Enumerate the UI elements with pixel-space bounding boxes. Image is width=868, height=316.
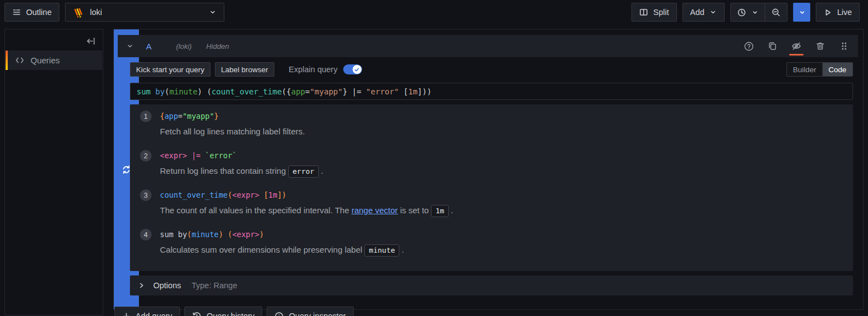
code-token: ) bbox=[282, 190, 287, 199]
explain-query-toggle[interactable] bbox=[343, 64, 362, 74]
step-desc-text: . bbox=[321, 166, 323, 175]
step-code: {app="myapp"} bbox=[160, 110, 843, 122]
query-explain-section: 1 {app="myapp"} Fetch all log lines matc… bbox=[130, 104, 853, 271]
code-token: `error` bbox=[205, 151, 237, 160]
remove-query-button[interactable] bbox=[815, 41, 826, 52]
code-token: minute bbox=[192, 230, 219, 239]
query-editor-row: A (loki) Hidden bbox=[118, 35, 858, 295]
duplicate-query-button[interactable] bbox=[767, 41, 778, 52]
step-desc-text: Fetch all log lines matching label filte… bbox=[160, 127, 305, 136]
live-label: Live bbox=[837, 8, 852, 17]
editor-mode-switch: Builder Code bbox=[786, 62, 853, 77]
step-description: Return log lines that contain stringerro… bbox=[160, 164, 843, 178]
query-datasource-hint: (loki) bbox=[176, 42, 192, 51]
code-token: ( bbox=[228, 230, 232, 239]
explain-step: 3 count_over_time(<expr> [1m]) The count… bbox=[140, 189, 843, 217]
step-desc-text: . bbox=[402, 245, 404, 254]
arrow-to-left-icon bbox=[86, 36, 97, 47]
code-token: app bbox=[291, 87, 305, 96]
split-label: Split bbox=[653, 8, 669, 17]
query-row-header[interactable]: A (loki) Hidden bbox=[118, 35, 858, 57]
sidebar-item-label: Queries bbox=[31, 56, 60, 65]
code-token: ] bbox=[277, 190, 282, 199]
code-token: <expr> bbox=[160, 151, 187, 160]
explain-step: 1 {app="myapp"} Fetch all log lines matc… bbox=[140, 110, 843, 138]
step-description: Calculates sum over dimensions while pre… bbox=[160, 243, 843, 257]
outline-list-icon bbox=[12, 8, 21, 17]
explore-query-panel: A (loki) Hidden bbox=[113, 29, 864, 310]
sidebar-item-queries[interactable]: Queries bbox=[6, 51, 102, 70]
query-toolbar: Kick start your query Label browser Expl… bbox=[130, 62, 853, 77]
query-row-actions bbox=[743, 41, 850, 52]
code-token: sum by bbox=[160, 230, 187, 239]
query-hidden-label: Hidden bbox=[206, 42, 229, 51]
chevron-right-icon bbox=[138, 282, 145, 289]
editor-mode-builder[interactable]: Builder bbox=[787, 63, 822, 76]
editor-mode-code[interactable]: Code bbox=[822, 63, 852, 76]
kick-start-button[interactable]: Kick start your query bbox=[130, 62, 210, 77]
add-label: Add bbox=[690, 8, 705, 17]
add-query-button[interactable]: Add query bbox=[114, 307, 180, 316]
code-token: "error" bbox=[366, 87, 399, 96]
step-description: The count of all values in the specified… bbox=[160, 204, 843, 217]
chevron-down-icon bbox=[209, 8, 217, 16]
history-icon bbox=[192, 312, 202, 316]
live-button[interactable]: Live bbox=[816, 3, 860, 22]
code-token: [ bbox=[399, 87, 408, 96]
code-token: count_over_time bbox=[160, 190, 228, 199]
code-token: ( bbox=[187, 230, 192, 239]
refresh-button-group bbox=[793, 3, 810, 22]
query-expression-input[interactable]: sum by(minute) (count_over_time({app="my… bbox=[130, 83, 853, 100]
code-token: ) bbox=[219, 230, 223, 239]
code-token: "myapp" bbox=[183, 112, 214, 121]
time-range-group bbox=[730, 3, 787, 22]
play-icon bbox=[824, 8, 832, 17]
explain-step: 4 sum by(minute) (<expr>) Calculates sum… bbox=[140, 228, 843, 257]
explore-sidebar: Queries bbox=[4, 29, 103, 315]
code-brackets-icon bbox=[15, 56, 24, 64]
step-desc-text: is set to bbox=[400, 205, 429, 215]
datasource-picker[interactable]: loki bbox=[65, 3, 224, 22]
code-token: app bbox=[164, 112, 178, 121]
hide-query-button[interactable] bbox=[791, 41, 802, 52]
inline-code-chip: 1m bbox=[431, 205, 449, 217]
add-button[interactable]: Add bbox=[683, 3, 725, 22]
doc-link[interactable]: range vector bbox=[352, 205, 398, 215]
query-inspector-label: Query inspector bbox=[289, 312, 345, 316]
code-token bbox=[187, 151, 192, 160]
code-token: <expr> bbox=[232, 190, 259, 199]
code-token: ])) bbox=[418, 87, 432, 96]
step-code: count_over_time(<expr> [1m]) bbox=[160, 189, 843, 201]
inline-code-chip: error bbox=[288, 165, 319, 178]
split-button[interactable]: Split bbox=[631, 3, 676, 22]
explain-step: 2 <expr> |= `error` Return log lines tha… bbox=[140, 149, 843, 178]
step-code: <expr> |= `error` bbox=[160, 149, 843, 162]
code-token bbox=[223, 230, 228, 239]
step-number-badge: 1 bbox=[140, 111, 152, 122]
query-history-button[interactable]: Query history bbox=[184, 307, 262, 316]
collapse-sidebar-button[interactable] bbox=[85, 35, 97, 47]
code-token bbox=[200, 151, 205, 160]
zoom-out-icon bbox=[771, 8, 781, 17]
options-label: Options bbox=[153, 281, 181, 290]
zoom-out-button[interactable] bbox=[765, 3, 787, 21]
step-desc-text: Calculates sum over dimensions while pre… bbox=[160, 245, 362, 254]
help-button[interactable] bbox=[743, 41, 754, 52]
query-options-toggle[interactable]: Options Type: Range bbox=[130, 275, 853, 295]
grafana-explore-page: { "topbar": { "outline_label": "Outline"… bbox=[0, 0, 868, 316]
options-summary: Type: Range bbox=[192, 281, 237, 290]
query-inspector-button[interactable]: Query inspector bbox=[267, 307, 353, 316]
code-token: 1m bbox=[268, 190, 277, 199]
refresh-interval-button[interactable] bbox=[793, 3, 810, 22]
code-token: { bbox=[160, 112, 164, 121]
time-picker-button[interactable] bbox=[731, 3, 765, 21]
add-query-label: Add query bbox=[136, 312, 172, 316]
code-token: ) bbox=[259, 230, 264, 239]
label-browser-button[interactable]: Label browser bbox=[215, 62, 274, 77]
step-number-badge: 4 bbox=[140, 229, 152, 240]
code-token: |= bbox=[192, 151, 200, 160]
drag-grip-icon[interactable] bbox=[839, 41, 850, 52]
clock-icon bbox=[737, 8, 746, 17]
chevron-down-icon bbox=[126, 42, 134, 50]
outline-button[interactable]: Outline bbox=[4, 3, 59, 22]
